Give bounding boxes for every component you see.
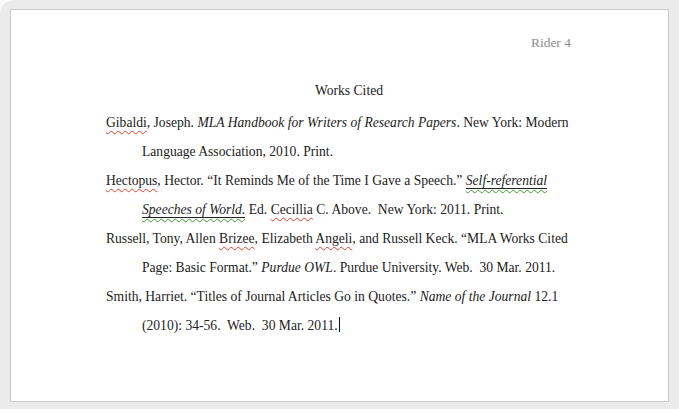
citation-line[interactable]: Speeches of World. Ed. Cecillia C. Above…	[106, 195, 592, 224]
misspelled-text: Angeli	[315, 231, 352, 246]
text-segment: Purdue OWL	[261, 260, 333, 275]
text-segment: . New York: Modern	[456, 115, 568, 130]
text-segment: , Joseph.	[147, 115, 198, 130]
text-segment: 12.1	[531, 289, 558, 304]
text-segment: , and Russell Keck. “MLA Works Cited	[352, 231, 567, 246]
works-cited-title[interactable]: Works Cited	[106, 76, 592, 105]
text-segment: (2010): 34-56. Web. 30 Mar. 2011.	[142, 318, 338, 333]
grammar-flagged-text: Speeches of World.	[142, 202, 245, 218]
text-segment: Smith, Harriet. “Titles of Journal Artic…	[106, 289, 420, 304]
text-cursor	[339, 317, 340, 332]
text-segment: . Purdue University. Web. 30 Mar. 2011.	[333, 260, 555, 275]
misspelled-text: Gibaldi	[106, 115, 147, 130]
citation-line[interactable]: Smith, Harriet. “Titles of Journal Artic…	[106, 282, 592, 311]
text-segment: Ed.	[245, 202, 270, 217]
text-segment: Russell, Tony, Allen	[106, 231, 219, 246]
text-segment: MLA Handbook for Writers of Research Pap…	[197, 115, 456, 130]
page-header-number: Rider 4	[531, 35, 571, 51]
citations: Gibaldi, Joseph. MLA Handbook for Writer…	[106, 108, 592, 340]
document-page[interactable]: Rider 4 Works Cited Gibaldi, Joseph. MLA…	[10, 9, 669, 402]
citation-line[interactable]: Page: Basic Format.” Purdue OWL. Purdue …	[106, 253, 592, 282]
misspelled-text: Brizee	[219, 231, 254, 246]
citation-line[interactable]: Hectopus, Hector. “It Reminds Me of the …	[106, 166, 592, 195]
grammar-flagged-text: Self-referential	[466, 173, 547, 189]
citation-line[interactable]: Language Association, 2010. Print.	[106, 137, 592, 166]
text-segment: , Elizabeth	[255, 231, 316, 246]
text-segment: C. Above. New York: 2011. Print.	[313, 202, 504, 217]
document-body: Works Cited Gibaldi, Joseph. MLA Handboo…	[106, 76, 592, 340]
citation-line[interactable]: Gibaldi, Joseph. MLA Handbook for Writer…	[106, 108, 592, 137]
citation-line[interactable]: Russell, Tony, Allen Brizee, Elizabeth A…	[106, 224, 592, 253]
misspelled-text: Cecillia	[271, 202, 313, 217]
misspelled-text: Hectopus	[106, 173, 157, 188]
text-segment: Name of the Journal	[420, 289, 531, 304]
text-segment: Page: Basic Format.”	[142, 260, 261, 275]
text-segment: Language Association, 2010. Print.	[142, 144, 333, 159]
text-segment: , Hector. “It Reminds Me of the Time I G…	[157, 173, 465, 188]
citation-line[interactable]: (2010): 34-56. Web. 30 Mar. 2011.	[106, 311, 592, 340]
editor-canvas: Rider 4 Works Cited Gibaldi, Joseph. MLA…	[0, 0, 679, 409]
